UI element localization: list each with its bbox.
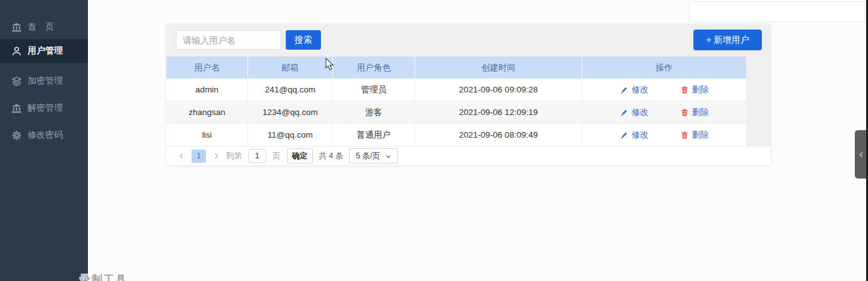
- chevron-left-icon: [858, 150, 865, 159]
- column-header-actions: 操作: [582, 57, 746, 79]
- pencil-icon: [620, 108, 629, 117]
- table-row: lisi 11@qq.com 普通用户 2021-09-06 08:09:49 …: [166, 124, 746, 146]
- pagination-bar: 1 到第 页 确定 共 4 条 5 条/页: [166, 146, 771, 165]
- sidebar-item-decrypt-management[interactable]: 解密管理: [0, 96, 88, 120]
- header-panel: [689, 1, 865, 22]
- sidebar-item-home[interactable]: 首 页: [0, 15, 88, 39]
- bank-icon: [11, 103, 22, 114]
- sidebar-item-label: 首 页: [28, 21, 54, 33]
- cell-email: 11@qq.com: [248, 124, 333, 146]
- page-size-label: 5 条/页: [355, 151, 380, 162]
- cell-username: zhangsan: [166, 101, 248, 123]
- table-row: admin 241@qq.com 管理员 2021-09-06 09:09:28…: [166, 79, 746, 101]
- goto-page-input[interactable]: [248, 149, 266, 163]
- total-count-label: 共 4 条: [319, 151, 344, 162]
- cell-email: 241@qq.com: [248, 79, 333, 101]
- trash-icon: [680, 131, 689, 140]
- sidebar-item-change-password[interactable]: 修改密码: [0, 123, 88, 147]
- edit-link[interactable]: 修改: [620, 107, 649, 118]
- cell-username: lisi: [166, 124, 248, 146]
- sidebar-item-label: 解密管理: [28, 102, 63, 114]
- user-table: 用户名 邮箱 用户角色 创建时间 操作 admin 241@qq.com 管理员…: [166, 57, 746, 146]
- trash-icon: [680, 108, 689, 117]
- page-size-select[interactable]: 5 条/页: [349, 148, 398, 163]
- trash-icon: [680, 85, 689, 94]
- recorder-watermark: 录制工具: [80, 272, 127, 281]
- sidebar-item-encrypt-management[interactable]: 加密管理: [0, 69, 88, 93]
- search-input[interactable]: [176, 30, 281, 50]
- chevron-down-icon: [385, 153, 392, 160]
- layers-icon: [11, 76, 22, 87]
- cell-role: 普通用户: [333, 124, 415, 146]
- goto-confirm-button[interactable]: 确定: [287, 148, 313, 163]
- sidebar-item-label: 用户管理: [28, 45, 63, 57]
- goto-page-prefix: 到第: [226, 151, 242, 162]
- sidebar-item-label: 加密管理: [28, 75, 63, 87]
- cell-created: 2021-09-06 12:09:19: [415, 101, 582, 123]
- user-icon: [11, 46, 22, 57]
- pencil-icon: [620, 131, 629, 140]
- sidebar-item-label: 修改密码: [28, 129, 63, 141]
- chevron-right-icon: [212, 152, 220, 160]
- pencil-icon: [620, 85, 629, 94]
- bank-icon: [11, 22, 22, 33]
- table-header-row: 用户名 邮箱 用户角色 创建时间 操作: [166, 57, 746, 79]
- search-button[interactable]: 搜索: [286, 30, 321, 50]
- add-user-button[interactable]: + 新增用户: [693, 30, 762, 50]
- cell-created: 2021-09-06 09:09:28: [415, 79, 582, 101]
- gear-icon: [11, 130, 22, 141]
- delete-link[interactable]: 删除: [680, 129, 709, 141]
- cell-created: 2021-09-06 08:09:49: [415, 124, 582, 146]
- goto-page-suffix: 页: [273, 151, 281, 162]
- delete-link[interactable]: 删除: [680, 107, 709, 118]
- column-header-role: 用户角色: [333, 57, 415, 79]
- prev-page-button[interactable]: [178, 152, 185, 160]
- edit-link[interactable]: 修改: [620, 84, 649, 96]
- table-row: zhangsan 1234@qq.com 游客 2021-09-06 12:09…: [166, 101, 746, 124]
- edit-link[interactable]: 修改: [620, 129, 649, 141]
- delete-link[interactable]: 删除: [680, 84, 709, 96]
- user-management-panel: 搜索 + 新增用户 用户名 邮箱 用户角色 创建时间 操作 admin 241@…: [166, 24, 771, 165]
- page-number-button[interactable]: 1: [192, 150, 206, 163]
- cell-email: 1234@qq.com: [248, 101, 333, 123]
- sidebar: 首 页 用户管理 加密管理 解密管理 修改密码: [0, 0, 88, 281]
- next-page-button[interactable]: [212, 152, 220, 160]
- cell-role: 游客: [333, 101, 415, 123]
- sidebar-item-user-management[interactable]: 用户管理: [0, 39, 88, 63]
- chevron-left-icon: [178, 152, 185, 160]
- cell-role: 管理员: [333, 79, 415, 101]
- cell-username: admin: [166, 79, 248, 101]
- column-header-username: 用户名: [166, 57, 248, 79]
- app-window: 首 页 用户管理 加密管理 解密管理 修改密码: [0, 0, 868, 281]
- column-header-email: 邮箱: [248, 57, 333, 79]
- column-header-created: 创建时间: [415, 57, 582, 79]
